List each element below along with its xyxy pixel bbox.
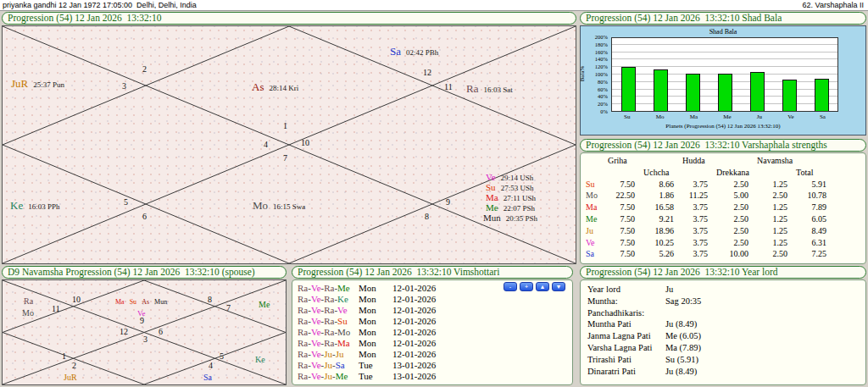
dasha-lords: Ra-Ve-Ra-Me — [298, 283, 359, 293]
dasha-lord: Su — [337, 316, 348, 326]
dasha-lord: Ke — [337, 294, 348, 304]
dasha-nav-up-button[interactable]: ▲ — [536, 282, 549, 291]
house-number-2: 2 — [142, 64, 147, 74]
chart-subject-info: priyanka gandhi 12 Jan 1972 17:05:00 Del… — [3, 1, 197, 9]
dasha-date: 13-01-2026 — [392, 360, 436, 370]
strengths-value: 9.21 — [643, 213, 682, 225]
strengths-value: 6.05 — [796, 213, 835, 225]
strengths-value: 8.49 — [796, 225, 835, 237]
strengths-value: 2.50 — [716, 179, 757, 191]
strengths-value: 7.50 — [608, 213, 643, 225]
y-tick-label: 0% — [600, 108, 608, 114]
strengths-value: 3.75 — [682, 237, 716, 249]
dasha-row[interactable]: Ra-Ve-Ra-SuMon12-01-2026 — [298, 316, 572, 327]
strengths-value: 5.00 — [716, 190, 757, 202]
strengths-header — [757, 167, 796, 179]
y-tick-label: 180% — [595, 41, 608, 47]
yearlord-label: Panchadhikaris: — [587, 307, 665, 319]
strengths-value: 7.25 — [796, 248, 835, 260]
strengths-value: 3.75 — [682, 248, 716, 260]
dasha-rows: Ra-Ve-Ra-MeMon12-01-2026Ra-Ve-Ra-KeMon12… — [298, 283, 572, 382]
dasha-date: 12-01-2026 — [392, 349, 436, 359]
dasha-row[interactable]: Ra-Ve-Ra-MoMon12-01-2026 — [298, 327, 572, 338]
yearlord-row: Dinaratri PatiJu (8.49) — [587, 366, 865, 378]
yearlord-value: Ma (7.89) — [665, 342, 865, 354]
d9-panel: D9 Navamsha Progression (54) 12 Jan 2026… — [2, 266, 287, 385]
shadbala-bar-su — [621, 67, 636, 111]
dasha-nav-minus-button[interactable]: - — [504, 282, 517, 291]
y-tick-label: 60% — [598, 86, 608, 92]
yearlord-row: Janma Lagna PatiMe (6.05) — [587, 330, 865, 342]
top-status-bar: priyanka gandhi 12 Jan 1972 17:05:00 Del… — [0, 0, 868, 11]
shadbala-panel: Progression (54) 12 Jan 2026 13:32:10 Sh… — [580, 12, 866, 135]
planet-label-moon: Mo — [22, 304, 34, 319]
dasha-weekday: Mon — [359, 294, 392, 304]
dasha-lords: Ra-Ve-Ju-Ju — [298, 349, 359, 359]
strengths-planet: Ve — [586, 237, 608, 249]
strengths-value: 5.26 — [643, 248, 682, 260]
house-number-1: 1 — [283, 121, 287, 130]
yearlord-label: Muntha: — [587, 296, 665, 307]
y-tick-label: 20% — [598, 101, 608, 107]
y-tick-label: 80% — [598, 79, 608, 85]
house-number-9: 9 — [446, 197, 450, 207]
yearlord-value — [665, 307, 865, 319]
bar-slot — [686, 38, 700, 111]
yearlord-row: Varsha Lagna PatiMa (7.89) — [587, 342, 865, 354]
strengths-value: 18.96 — [643, 225, 682, 237]
x-tick-label: Su — [624, 113, 630, 120]
strengths-value: 3.75 — [682, 179, 716, 191]
dasha-row[interactable]: Ra-Ve-Ju-JuMon12-01-2026 — [298, 349, 572, 360]
dasha-row[interactable]: Ra-Ve-Ju-SaTue13-01-2026 — [298, 360, 572, 371]
strengths-value: 7.50 — [608, 225, 643, 237]
dasha-lord: Me — [336, 371, 348, 381]
dasha-weekday: Mon — [359, 316, 392, 326]
planet-label-ketu: Ke 16:03 PPh — [10, 197, 59, 213]
dasha-row[interactable]: Ra-Ve-Ra-VeMon12-01-2026 — [298, 305, 572, 316]
yearlord-label: Dinaratri Pati — [587, 366, 665, 378]
strengths-value: 22.50 — [608, 190, 643, 202]
x-tick-label: Ju — [757, 113, 762, 120]
bar-slot — [750, 38, 765, 111]
house-number-12: 12 — [120, 327, 128, 336]
y-axis-label: Bala% — [579, 66, 586, 82]
app-window: priyanka gandhi 12 Jan 1972 17:05:00 Del… — [0, 0, 868, 387]
y-axis-ticks: 0%20%40%60%80%100%120%140%160%180%200% — [587, 37, 609, 112]
dasha-nav-plus-button[interactable]: + — [520, 282, 533, 291]
dasha-lord: Ra — [298, 327, 308, 337]
yearlord-label: Muntha Pati — [587, 318, 665, 330]
dasha-lord: Ju — [324, 360, 332, 370]
dasha-date: 12-01-2026 — [392, 294, 436, 304]
dasha-lord: Ra — [324, 316, 334, 326]
strengths-value: 2.50 — [757, 248, 796, 260]
house-number-4: 4 — [264, 140, 268, 149]
house-number-3: 3 — [143, 334, 147, 344]
view-name: 62. Varshaphala II — [803, 1, 864, 9]
x-axis-caption: Planets (Progression (54) 12 Jan 2026 13… — [581, 123, 865, 130]
shadbala-title: Progression (54) 12 Jan 2026 13:32:10 Sh… — [580, 12, 866, 25]
yearlord-value: Su (5.91) — [665, 354, 865, 366]
yearlord-row: Trirashi PatiSu (5.91) — [587, 354, 865, 366]
dasha-nav-down-button[interactable]: ▼ — [552, 282, 565, 291]
dasha-row[interactable]: Ra-Ve-Ra-KeMon12-01-2026 — [298, 294, 572, 305]
strengths-value: 2.50 — [716, 237, 757, 249]
dasha-row[interactable]: Ra-Ve-Ra-MaMon12-01-2026 — [298, 338, 572, 349]
d9-navamsha-chart[interactable]: 1 2 3 4 5 6 7 8 9 10 11 12 Ra Mo Ma Su A… — [2, 279, 287, 385]
dasha-row[interactable]: Ra-Ve-Ju-MeTue13-01-2026 — [298, 371, 572, 382]
dasha-weekday: Tue — [359, 360, 392, 370]
yearlord-value: Ju (8.49) — [665, 318, 865, 330]
dasha-lord: Ve — [311, 316, 321, 326]
strengths-planet: Mo — [586, 190, 608, 202]
main-rasi-chart[interactable]: 1 2 3 4 5 6 7 8 9 10 11 12 JuR 25:37 Pun… — [2, 25, 576, 264]
dasha-lord: Ra — [298, 294, 308, 304]
yearlord-row: Year lordJu — [587, 284, 865, 296]
yearlord-row: Panchadhikaris: — [587, 307, 865, 319]
dasha-lords: Ra-Ve-Ra-Mo — [298, 327, 359, 337]
dasha-lord: Ju — [324, 371, 332, 381]
dasha-date: 12-01-2026 — [392, 305, 436, 315]
dasha-lord: Ra — [298, 316, 308, 326]
planet-label-saturn: Sa 02:42 PBh — [390, 43, 438, 58]
bar-slot — [815, 38, 829, 111]
strengths-planet: Sa — [586, 248, 608, 260]
dasha-lord: Ve — [311, 283, 321, 293]
